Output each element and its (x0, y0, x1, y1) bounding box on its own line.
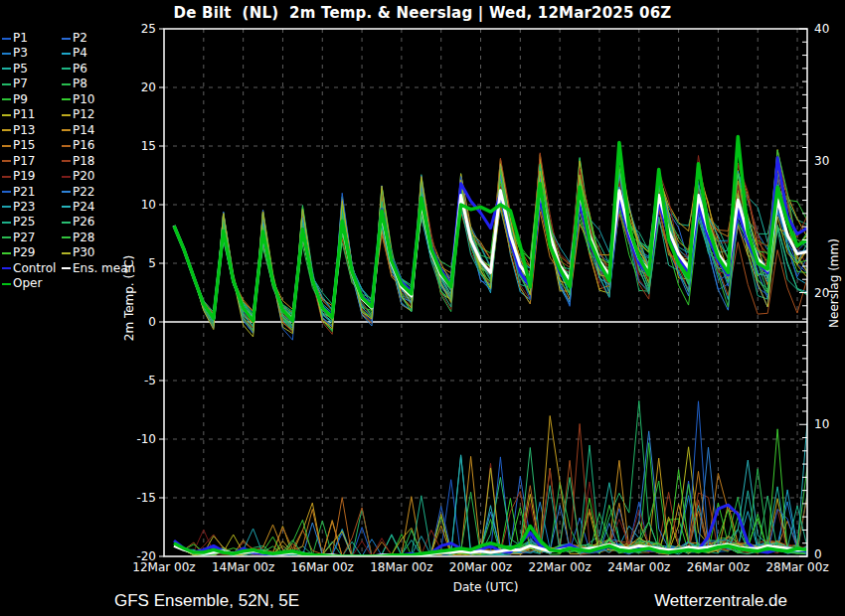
right-axis-tick-label: 10 (814, 417, 829, 431)
plot-area: 2520151050-5-10-15-2040302010012Mar 00z1… (0, 0, 845, 616)
left-axis-tick-label: 25 (141, 22, 156, 36)
member-precip-line-P6 (174, 445, 807, 556)
right-axis-tick-label: 30 (814, 154, 829, 168)
left-axis-tick-label: -10 (136, 432, 156, 446)
member-precip-line-P22 (174, 431, 807, 556)
x-axis-tick-label: 18Mar 00z (370, 560, 432, 574)
member-precip-line-P29 (174, 429, 807, 556)
x-axis-tick-label: 24Mar 00z (607, 560, 670, 574)
member-precip-line-P9 (174, 443, 807, 556)
right-axis-tick-label: 0 (814, 547, 822, 561)
x-axis-tick-label: 14Mar 00z (212, 560, 274, 574)
x-axis-tick-label: 22Mar 00z (529, 560, 592, 574)
right-axis-tick-label: 40 (814, 22, 829, 36)
x-axis-tick-label: 26Mar 00z (687, 560, 750, 574)
footer-model-info: GFS Ensemble, 52N, 5E (114, 591, 299, 611)
right-axis-tick-label: 20 (814, 286, 829, 300)
x-axis-tick-label: 16Mar 00z (291, 560, 354, 574)
x-axis-tick-label: 12Mar 00z (132, 560, 195, 574)
plot-border (164, 29, 807, 556)
x-axis-tick-label: 28Mar 00z (765, 560, 828, 574)
left-axis-tick-label: 20 (141, 80, 156, 94)
left-axis-tick-label: -15 (136, 491, 156, 505)
left-axis-tick-label: 5 (148, 256, 156, 270)
x-axis-tick-label: 20Mar 00z (449, 560, 512, 574)
ensemble-meteogram-page: De Bilt (NL) 2m Temp. & Neerslag | Wed, … (0, 0, 845, 616)
left-axis-tick-label: 10 (141, 198, 156, 212)
left-axis-tick-label: -5 (144, 374, 156, 387)
left-axis-tick-label: 0 (148, 315, 156, 329)
series-group (174, 137, 807, 556)
left-axis-tick-label: 15 (141, 139, 156, 153)
footer-site-name: Wetterzentrale.de (654, 591, 787, 611)
